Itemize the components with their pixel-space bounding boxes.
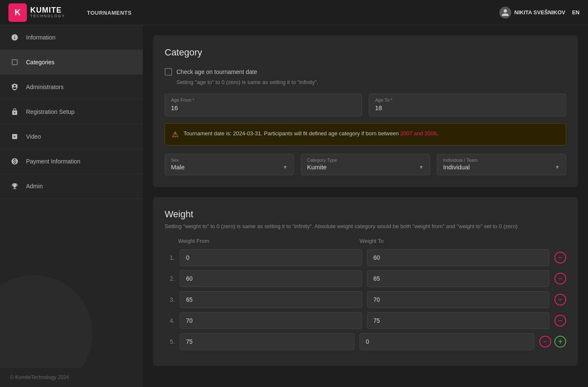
info-icon [10,33,19,42]
weight-from-input[interactable] [180,333,354,350]
individual-team-chevron-icon: ▼ [555,164,560,170]
age-from-label: Age From * [171,97,356,103]
remove-weight-button[interactable]: − [554,315,566,326]
weight-rows-container: 1.−2.−3.−4.−5.−+ [165,249,566,350]
age-hint: Setting "age to" to 0 (zero) is same as … [176,79,566,85]
sidebar-item-video-label: Video [26,133,41,140]
category-type-field: Category Type Kumite ▼ [301,154,430,175]
registration-setup-icon [10,107,19,116]
add-weight-button[interactable]: + [554,336,566,348]
age-to-field: Age To * [369,94,566,116]
weight-to-input[interactable] [367,249,549,266]
sidebar-item-admin[interactable]: Admin [0,174,143,199]
age-to-input[interactable] [375,104,560,111]
sex-label: Sex [171,158,288,163]
logo-icon: K [8,3,27,22]
individual-team-label: Individual / Team [443,158,560,163]
weight-actions: − [554,315,566,326]
sidebar-footer: © KumiteTechnology 2024 [0,368,143,387]
categories-icon [10,58,19,67]
admin-icon [10,182,19,191]
main-layout: Information Categories Administrators Re… [0,25,588,387]
weight-actions: − [554,252,566,263]
user-avatar-icon [499,7,511,18]
weight-row: 4.− [165,312,566,329]
weight-to-input[interactable] [367,270,549,287]
remove-weight-button[interactable]: − [554,294,566,305]
category-card: Category Check age on tournament date Se… [153,35,578,187]
weight-from-input[interactable] [180,291,362,308]
warning-icon: ⚠ [172,130,178,139]
weight-row-num: 4. [165,317,175,324]
individual-team-select[interactable]: Individual ▼ [443,163,560,171]
sidebar-item-categories-label: Categories [26,59,55,66]
payment-information-icon [10,157,19,166]
weight-hint: Setting "weight to" to 0 (zero) is same … [165,223,566,229]
remove-weight-button[interactable]: − [554,252,566,263]
sidebar-decoration [0,199,143,368]
weight-actions: − [554,294,566,305]
sidebar-item-administrators-label: Administrators [26,84,63,90]
administrators-icon [10,82,19,92]
nav-tournaments[interactable]: TOURNAMENTS [82,6,136,19]
age-from-input[interactable] [171,104,356,111]
lang-switcher[interactable]: EN [572,9,580,16]
category-type-label: Category Type [307,158,424,163]
weight-from-input[interactable] [180,312,362,329]
weight-row: 2.− [165,270,566,287]
sidebar-item-information[interactable]: Information [0,25,143,50]
check-age-label: Check age on tournament date [176,68,257,75]
category-type-chevron-icon: ▼ [419,164,424,170]
dropdowns-row: Sex Male ▼ Category Type Kumite ▼ [165,154,566,175]
weight-to-input[interactable] [367,291,549,308]
weight-row-num: 5. [165,338,175,345]
sex-field: Sex Male ▼ [165,154,294,175]
video-icon [10,132,19,141]
sidebar-item-video[interactable]: Video [0,124,143,149]
category-type-select[interactable]: Kumite ▼ [307,163,424,171]
header: K KUMITE TECHNOLOGY TOURNAMENTS NIKITA S… [0,0,588,25]
sex-chevron-icon: ▼ [283,164,288,170]
weight-actions: −+ [539,336,566,348]
sex-select[interactable]: Male ▼ [171,163,288,171]
category-title: Category [165,47,566,58]
weight-row-num: 1. [165,254,175,261]
header-right: NIKITA SVEŠNIKOV EN [499,7,580,18]
main-content: Category Check age on tournament date Se… [143,25,588,387]
age-fields-row: Age From * Age To * [165,94,566,116]
user-name: NIKITA SVEŠNIKOV [514,9,565,16]
user-area[interactable]: NIKITA SVEŠNIKOV [499,7,565,18]
weight-col-headers: Weight From Weight To [165,238,566,247]
sidebar-item-information-label: Information [26,34,55,41]
weight-from-input[interactable] [180,270,362,287]
individual-team-value: Individual [443,163,470,171]
alert-text: Tournament date is: 2024-03-31. Particip… [184,129,438,138]
weight-from-col-label: Weight From [178,238,353,244]
age-from-field: Age From * [165,94,362,116]
sidebar-circle [0,275,92,368]
alert-highlight-1: 2007 [400,130,412,137]
age-alert: ⚠ Tournament date is: 2024-03-31. Partic… [165,123,566,145]
weight-row: 1.− [165,249,566,266]
sidebar-item-categories[interactable]: Categories [0,50,143,75]
sidebar-item-payment-information[interactable]: Payment Information [0,149,143,174]
sidebar-item-registration-setup[interactable]: Registration Setup [0,100,143,124]
sidebar-item-registration-setup-label: Registration Setup [26,108,74,115]
age-checkbox-row: Check age on tournament date [165,68,566,76]
weight-title: Weight [165,209,566,220]
sidebar-item-payment-information-label: Payment Information [26,158,80,165]
weight-row: 5.−+ [165,333,566,350]
weight-actions: − [554,273,566,284]
remove-weight-button[interactable]: − [539,336,551,348]
remove-weight-button[interactable]: − [554,273,566,284]
alert-highlight-2: 2006 [425,130,437,137]
weight-from-input[interactable] [180,249,362,266]
logo[interactable]: K KUMITE TECHNOLOGY [8,3,65,22]
sidebar-item-admin-label: Admin [26,183,43,190]
weight-row: 3.− [165,291,566,308]
weight-to-input[interactable] [360,333,534,350]
sidebar-item-administrators[interactable]: Administrators [0,75,143,100]
main-nav: TOURNAMENTS [82,9,136,16]
weight-to-input[interactable] [367,312,549,329]
check-age-checkbox[interactable] [165,68,172,76]
